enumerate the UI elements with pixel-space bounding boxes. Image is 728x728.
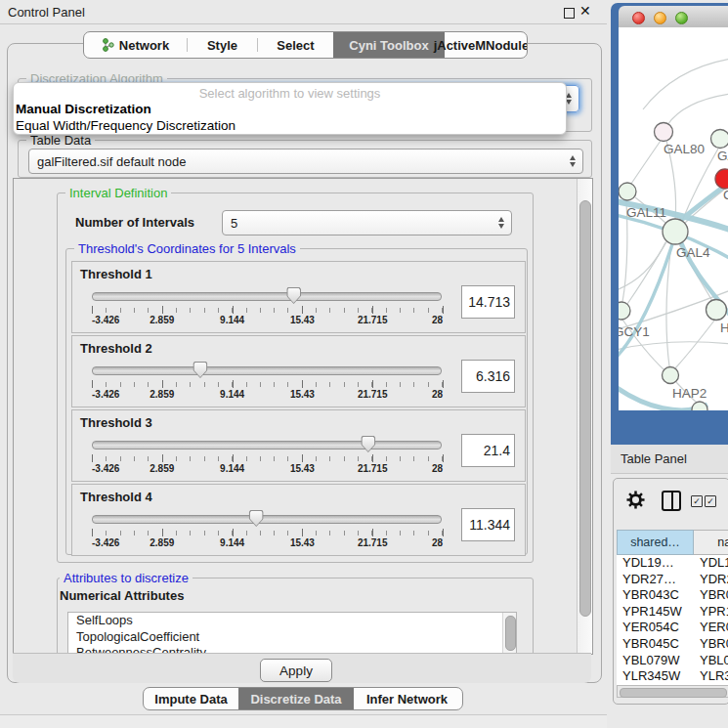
- threshold-2-slider[interactable]: [92, 362, 442, 379]
- network-view-window: GAL80 GA C GAL11 GAL4 GCY1 H HAP2: [611, 3, 728, 445]
- table-row[interactable]: YBR045CYBR045C: [617, 636, 728, 653]
- close-traffic-light-icon[interactable]: [632, 12, 645, 24]
- float-window-icon[interactable]: [564, 8, 575, 19]
- node-gcy1: [619, 302, 630, 320]
- dropdown-option-manual[interactable]: Manual Discretization: [14, 101, 566, 117]
- checkbox-icon[interactable]: ✓: [705, 495, 716, 507]
- table-row[interactable]: YPR145WYPR145W: [617, 604, 728, 621]
- tab-select[interactable]: Select: [258, 32, 333, 58]
- threshold-3-value-field[interactable]: 21.4: [461, 434, 515, 467]
- node-label: C: [723, 188, 728, 202]
- network-canvas[interactable]: GAL80 GA C GAL11 GAL4 GCY1 H HAP2: [619, 27, 728, 410]
- node-label: GCY1: [619, 324, 650, 339]
- table-data-group: Table Data galFiltered.sif default node: [18, 140, 592, 178]
- node-gal80: [655, 123, 673, 142]
- window-title: Control Panel: [8, 5, 85, 20]
- slider-tick-labels: -3.4262.8599.14415.4321.71528: [92, 315, 443, 326]
- split-columns-icon[interactable]: [662, 491, 681, 511]
- tab-discretize-data[interactable]: Discretize Data: [238, 688, 354, 709]
- tab-jactivemnodules[interactable]: jActiveMNodules: [445, 32, 525, 58]
- slider-tick-labels: -3.4262.8599.14415.4321.71528: [92, 389, 443, 401]
- attributes-group-title: Attributes to discretize: [60, 571, 193, 585]
- attributes-group: Attributes to discretize Numerical Attri…: [57, 578, 534, 655]
- threshold-3-panel: Threshold 3 -3.4262.8599.14415.4321.7152…: [71, 409, 526, 482]
- slider-thumb[interactable]: [249, 510, 264, 527]
- table-row[interactable]: YBR043CYBR043C: [617, 587, 728, 604]
- table-row[interactable]: YBL079WYBL079W: [617, 653, 728, 669]
- list-scrollbar[interactable]: [502, 613, 516, 655]
- apply-button[interactable]: Apply: [260, 659, 332, 682]
- slider-thumb[interactable]: [286, 287, 301, 304]
- network-icon: [102, 38, 114, 52]
- threshold-3-label: Threshold 3: [80, 415, 152, 430]
- slider-track[interactable]: [92, 441, 442, 450]
- interval-definition-title: Interval Definition: [65, 186, 171, 200]
- threshold-4-value-field[interactable]: 11.344: [461, 508, 515, 541]
- column-header-name[interactable]: name: [694, 530, 728, 555]
- scrollbar-thumb[interactable]: [505, 616, 516, 651]
- table-row[interactable]: YDR27…YDR27: [617, 572, 728, 588]
- node-label: GAL11: [626, 205, 666, 220]
- tab-cyni-toolbox[interactable]: Cyni Toolbox: [333, 32, 445, 58]
- slider-tick-labels: -3.4262.8599.14415.4321.71528: [92, 537, 443, 549]
- control-panel-tabs: Network Style Select Cyni Toolbox jActiv…: [83, 31, 528, 59]
- algorithm-dropdown-popup: Select algorithm to view settings Manual…: [13, 82, 567, 135]
- tab-impute-data[interactable]: Impute Data: [144, 688, 238, 709]
- interval-definition-group: Interval Definition Number of Intervals …: [57, 193, 534, 563]
- slider-track[interactable]: [92, 366, 442, 375]
- horizontal-scrollbar[interactable]: [617, 685, 728, 698]
- slider-thumb[interactable]: [361, 436, 375, 452]
- combo-stepper-icon: [498, 217, 504, 229]
- slider-track[interactable]: [92, 292, 442, 301]
- node-label: GA: [717, 149, 728, 163]
- minimize-traffic-light-icon[interactable]: [654, 12, 666, 24]
- threshold-1-slider[interactable]: [92, 287, 442, 305]
- slider-track[interactable]: [92, 515, 442, 524]
- number-of-intervals-combobox[interactable]: 5: [222, 210, 512, 236]
- threshold-coordinates-group: Threshold's Coordinates for 5 Intervals …: [65, 248, 528, 555]
- table-data-combobox[interactable]: galFiltered.sif default node: [28, 149, 583, 174]
- dropdown-option-equal-width[interactable]: Equal Width/Frequency Discretization: [14, 117, 566, 134]
- threshold-4-slider[interactable]: [92, 510, 442, 528]
- node-h: [707, 300, 727, 321]
- tab-infer-network[interactable]: Infer Network: [354, 688, 460, 709]
- network-graph: GAL80 GA C GAL11 GAL4 GCY1 H HAP2: [619, 27, 728, 410]
- threshold-1-label: Threshold 1: [80, 267, 152, 281]
- table-panel: ✓ ✓ shared… name YDL19…YDL19 YDR27…YDR27…: [613, 478, 728, 705]
- screen: Control Panel ✕ Network Style Select Cyn…: [0, 0, 728, 728]
- node-ga: [711, 130, 728, 149]
- table-row[interactable]: YDL19…YDL19: [617, 555, 728, 572]
- table-data-group-title: Table Data: [26, 133, 95, 148]
- checkbox-icon[interactable]: ✓: [691, 495, 703, 507]
- threshold-1-value-field[interactable]: 14.713: [461, 285, 515, 319]
- node-label: HAP2: [672, 386, 707, 401]
- table-rows[interactable]: YDL19…YDL19 YDR27…YDR27 YBR043CYBR043C Y…: [617, 555, 728, 685]
- number-of-intervals-value: 5: [223, 216, 511, 231]
- vertical-scrollbar[interactable]: [577, 179, 592, 654]
- numerical-attributes-list[interactable]: SelfLoops TopologicalCoefficient Between…: [67, 612, 517, 655]
- slider-thumb[interactable]: [193, 362, 207, 378]
- cyni-mode-tabs: Impute Data Discretize Data Infer Networ…: [143, 687, 463, 710]
- zoom-traffic-light-icon[interactable]: [675, 12, 688, 24]
- numerical-attributes-label: Numerical Attributes: [60, 588, 184, 603]
- table-header-row: shared… name: [617, 530, 728, 555]
- tab-style[interactable]: Style: [188, 32, 257, 58]
- network-window-titlebar[interactable]: [619, 6, 728, 28]
- threshold-1-panel: Threshold 1 -3.4262.8599.14415.4321.7152…: [71, 261, 526, 333]
- scrollbar-thumb[interactable]: [620, 688, 727, 698]
- table-row[interactable]: YER054CYER054C: [617, 620, 728, 636]
- gear-icon[interactable]: [626, 491, 645, 512]
- close-icon[interactable]: ✕: [579, 3, 591, 19]
- column-header-shared-name[interactable]: shared…: [617, 530, 694, 555]
- slider-major-ticks: [92, 306, 443, 314]
- slider-tick-labels: -3.4262.8599.14415.4321.71528: [92, 463, 443, 475]
- threshold-3-slider[interactable]: [92, 436, 442, 453]
- list-item[interactable]: SelfLoops: [68, 613, 516, 629]
- threshold-4-panel: Threshold 4 -3.4262.8599.14415.4321.7152…: [71, 484, 526, 556]
- list-item[interactable]: TopologicalCoefficient: [68, 629, 516, 646]
- table-row[interactable]: YLR345WYLR345W: [617, 668, 728, 685]
- threshold-2-value-field[interactable]: 6.316: [461, 360, 515, 393]
- scrollbar-thumb[interactable]: [579, 200, 591, 617]
- dropdown-placeholder: Select algorithm to view settings: [14, 83, 566, 101]
- tab-network[interactable]: Network: [84, 32, 187, 58]
